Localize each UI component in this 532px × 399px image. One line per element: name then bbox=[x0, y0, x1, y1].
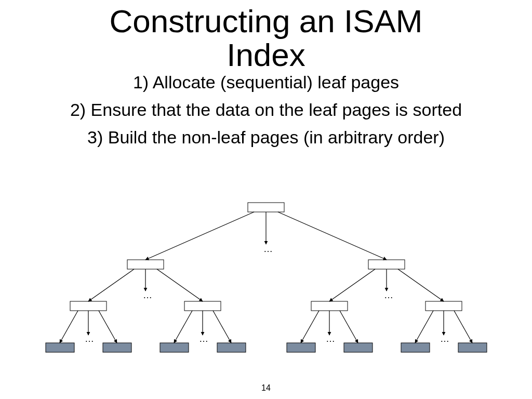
internal-node bbox=[184, 301, 221, 311]
svg-line-6 bbox=[329, 269, 375, 301]
ellipsis-icon: … bbox=[326, 334, 335, 344]
leaf-node bbox=[217, 343, 246, 352]
svg-line-11 bbox=[99, 311, 117, 343]
internal-node bbox=[368, 260, 405, 269]
step-3: 3) Build the non-leaf pages (in arbitrar… bbox=[0, 124, 532, 151]
svg-line-2 bbox=[278, 212, 387, 260]
ellipsis-icon: … bbox=[85, 334, 94, 344]
leaf-node bbox=[103, 343, 131, 352]
leaf-node bbox=[287, 343, 315, 352]
ellipsis-icon: … bbox=[143, 290, 152, 300]
ellipsis-icon: … bbox=[440, 334, 449, 344]
root-node bbox=[248, 203, 284, 212]
svg-line-3 bbox=[88, 269, 134, 301]
internal-node bbox=[425, 301, 462, 311]
svg-line-0 bbox=[145, 212, 254, 260]
svg-line-5 bbox=[157, 269, 203, 301]
svg-line-9 bbox=[60, 311, 78, 343]
svg-line-18 bbox=[415, 311, 433, 343]
leaf-node bbox=[46, 343, 74, 352]
steps-list: 1) Allocate (sequential) leaf pages 2) E… bbox=[0, 69, 532, 151]
svg-line-14 bbox=[213, 311, 231, 343]
step-2: 2) Ensure that the data on the leaf page… bbox=[0, 96, 532, 124]
internal-node bbox=[127, 260, 164, 269]
svg-line-12 bbox=[174, 311, 192, 343]
svg-line-15 bbox=[301, 311, 319, 343]
leaf-node bbox=[401, 343, 430, 352]
ellipsis-icon: … bbox=[263, 244, 273, 254]
title-line-1: Constructing an ISAM bbox=[109, 3, 422, 39]
leaf-node bbox=[458, 343, 487, 352]
slide-title: Constructing an ISAM Index bbox=[0, 4, 532, 72]
internal-node bbox=[311, 301, 348, 311]
leaf-node bbox=[160, 343, 189, 352]
svg-line-20 bbox=[454, 311, 472, 343]
svg-line-8 bbox=[398, 269, 444, 301]
internal-node bbox=[70, 301, 107, 311]
page-number: 14 bbox=[0, 383, 532, 393]
title-line-2: Index bbox=[227, 37, 305, 73]
leaf-node bbox=[344, 343, 373, 352]
step-1: 1) Allocate (sequential) leaf pages bbox=[0, 69, 532, 96]
ellipsis-icon: … bbox=[199, 334, 208, 344]
ellipsis-icon: … bbox=[384, 290, 393, 300]
svg-line-17 bbox=[340, 311, 358, 343]
